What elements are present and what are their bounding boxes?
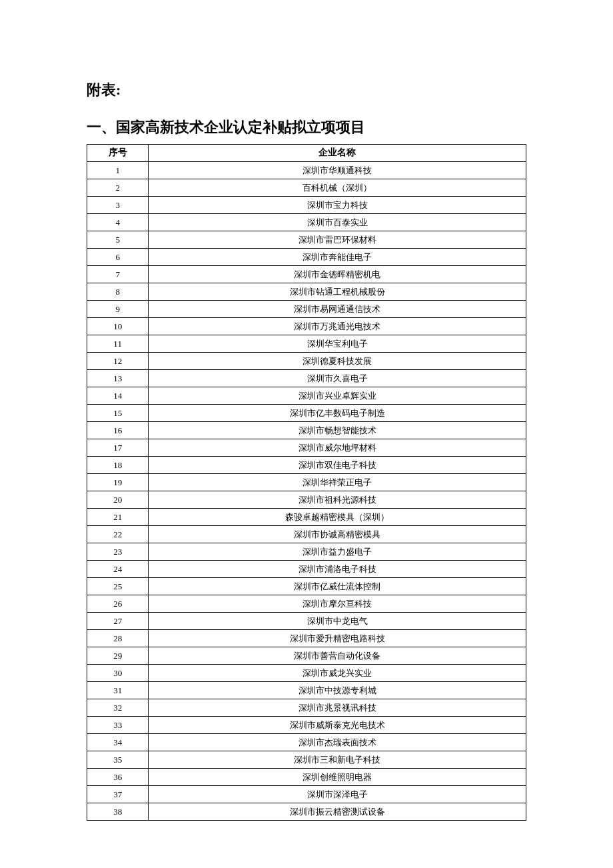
cell-index: 36 [87,769,149,786]
table-row: 2百科机械（深圳） [87,179,526,197]
cell-index: 17 [87,439,149,457]
cell-index: 6 [87,249,149,266]
header-company: 企业名称 [149,145,526,162]
table-row: 18深圳市双佳电子科技 [87,457,526,474]
cell-index: 10 [87,318,149,335]
cell-company: 深圳市中技源专利城 [149,682,526,699]
cell-index: 7 [87,266,149,283]
cell-company: 深圳市久喜电子 [149,370,526,387]
table-row: 33深圳市威斯泰克光电技术 [87,717,526,734]
cell-index: 35 [87,751,149,769]
cell-company: 深圳市摩尔亘科技 [149,595,526,613]
cell-index: 29 [87,647,149,665]
cell-index: 23 [87,543,149,561]
cell-index: 12 [87,353,149,370]
cell-index: 27 [87,613,149,630]
cell-company: 深圳市威尔地坪材料 [149,439,526,457]
header-index: 序号 [87,145,149,162]
table-row: 34深圳市杰瑞表面技术 [87,734,526,751]
company-table: 序号 企业名称 1深圳市华顺通科技2百科机械（深圳）3深圳市宝力科技4深圳市百泰… [87,144,526,821]
table-row: 12深圳德夏科技发展 [87,353,526,370]
cell-index: 8 [87,283,149,301]
cell-company: 深圳市协诚高精密模具 [149,526,526,543]
table-row: 17深圳市威尔地坪材料 [87,439,526,457]
cell-company: 深圳市奔能佳电子 [149,249,526,266]
table-row: 1深圳市华顺通科技 [87,162,526,179]
cell-index: 18 [87,457,149,474]
cell-company: 深圳市易网通通信技术 [149,301,526,318]
table-row: 23深圳市益力盛电子 [87,543,526,561]
table-row: 14深圳市兴业卓辉实业 [87,387,526,405]
cell-company: 深圳华祥荣正电子 [149,474,526,491]
cell-index: 20 [87,491,149,509]
cell-company: 深圳市畅想智能技术 [149,422,526,439]
cell-company: 深圳德夏科技发展 [149,353,526,370]
cell-index: 5 [87,231,149,249]
cell-index: 21 [87,509,149,526]
cell-company: 深圳市祖科光源科技 [149,491,526,509]
cell-company: 深圳市雷巴环保材料 [149,231,526,249]
cell-company: 深圳创维照明电器 [149,769,526,786]
table-row: 10深圳市万兆通光电技术 [87,318,526,335]
section-heading: 一、国家高新技术企业认定补贴拟立项项目 [87,117,526,137]
cell-company: 深圳市浦洛电子科技 [149,561,526,578]
cell-company: 深圳市爱升精密电路科技 [149,630,526,647]
table-row: 27深圳市中龙电气 [87,613,526,630]
cell-company: 深圳市亿威仕流体控制 [149,578,526,595]
cell-company: 深圳华宝利电子 [149,335,526,353]
table-row: 37深圳市深泽电子 [87,786,526,803]
cell-index: 15 [87,405,149,422]
cell-company: 深圳市兆景视讯科技 [149,699,526,717]
table-row: 9深圳市易网通通信技术 [87,301,526,318]
table-row: 11深圳华宝利电子 [87,335,526,353]
table-row: 5深圳市雷巴环保材料 [87,231,526,249]
cell-company: 深圳市金德晖精密机电 [149,266,526,283]
cell-index: 11 [87,335,149,353]
cell-index: 38 [87,803,149,821]
cell-company: 深圳市深泽电子 [149,786,526,803]
cell-index: 1 [87,162,149,179]
cell-company: 深圳市威斯泰克光电技术 [149,717,526,734]
cell-company: 深圳市杰瑞表面技术 [149,734,526,751]
cell-index: 24 [87,561,149,578]
cell-index: 26 [87,595,149,613]
cell-company: 深圳市亿丰数码电子制造 [149,405,526,422]
cell-index: 28 [87,630,149,647]
cell-index: 31 [87,682,149,699]
cell-company: 深圳市威龙兴实业 [149,665,526,682]
cell-company: 百科机械（深圳） [149,179,526,197]
cell-index: 34 [87,734,149,751]
cell-index: 19 [87,474,149,491]
cell-company: 深圳市中龙电气 [149,613,526,630]
table-row: 24深圳市浦洛电子科技 [87,561,526,578]
cell-company: 森骏卓越精密模具（深圳） [149,509,526,526]
table-row: 15深圳市亿丰数码电子制造 [87,405,526,422]
cell-index: 9 [87,301,149,318]
cell-index: 14 [87,387,149,405]
table-row: 16深圳市畅想智能技术 [87,422,526,439]
cell-company: 深圳市宝力科技 [149,197,526,214]
cell-index: 4 [87,214,149,231]
table-row: 20深圳市祖科光源科技 [87,491,526,509]
table-row: 19深圳华祥荣正电子 [87,474,526,491]
table-row: 7深圳市金德晖精密机电 [87,266,526,283]
cell-company: 深圳市三和新电子科技 [149,751,526,769]
cell-index: 22 [87,526,149,543]
cell-company: 深圳市兴业卓辉实业 [149,387,526,405]
table-header-row: 序号 企业名称 [87,145,526,162]
table-row: 21森骏卓越精密模具（深圳） [87,509,526,526]
table-row: 3深圳市宝力科技 [87,197,526,214]
cell-company: 深圳市万兆通光电技术 [149,318,526,335]
table-row: 28深圳市爱升精密电路科技 [87,630,526,647]
cell-company: 深圳市百泰实业 [149,214,526,231]
attachment-label: 附表: [87,80,526,100]
cell-index: 3 [87,197,149,214]
cell-index: 16 [87,422,149,439]
cell-company: 深圳市善营自动化设备 [149,647,526,665]
table-row: 13深圳市久喜电子 [87,370,526,387]
cell-index: 2 [87,179,149,197]
table-row: 8深圳市钻通工程机械股份 [87,283,526,301]
cell-company: 深圳市益力盛电子 [149,543,526,561]
cell-index: 37 [87,786,149,803]
cell-index: 33 [87,717,149,734]
